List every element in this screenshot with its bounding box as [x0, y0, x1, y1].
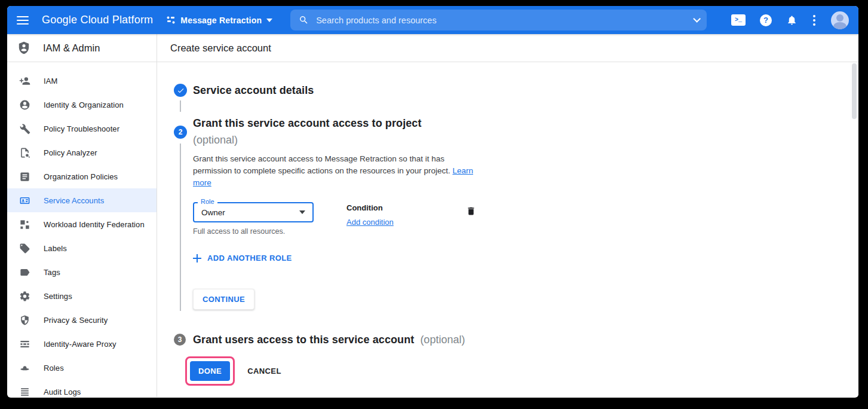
product-header: IAM & Admin [7, 34, 157, 62]
top-app-bar: Google Cloud Platform Message Retraction… [7, 6, 858, 34]
document-lines-icon [19, 171, 30, 182]
role-condition-row: Role Owner Full access to all resources.… [193, 202, 858, 236]
role-select[interactable]: Owner [193, 202, 314, 222]
sidebar-item-settings[interactable]: Settings [7, 284, 157, 308]
role-help-text: Full access to all resources. [193, 227, 314, 236]
sidebar-item-label: Identity & Organization [44, 100, 124, 109]
sidebar-item-label: Policy Troubleshooter [44, 124, 119, 133]
step-2-number: 2 [174, 126, 187, 139]
condition-label: Condition [346, 203, 442, 212]
sidebar-item-label: Organization Policies [44, 172, 118, 181]
sidebar-item-organization-policies[interactable]: Organization Policies [7, 164, 157, 188]
step-3-title: Grant users access to this service accou… [193, 334, 414, 346]
role-field-label: Role [198, 198, 217, 205]
step-1-title: Service account details [193, 84, 314, 97]
sidebar-item-identity-organization[interactable]: Identity & Organization [7, 93, 157, 117]
secondary-header: IAM & Admin Create service account [7, 34, 858, 62]
step-2-description: Grant this service account access to Mes… [193, 153, 481, 189]
more-options-icon[interactable] [812, 14, 817, 27]
gear-icon [19, 291, 30, 302]
condition-group: Condition Add condition [346, 202, 442, 227]
step-3-grant-users: 3 Grant users access to this service acc… [174, 331, 858, 348]
cancel-button[interactable]: CANCEL [247, 367, 281, 376]
step-2-grant-access: 2 Grant this service account access to p… [174, 115, 858, 148]
sidebar-item-roles[interactable]: Roles [7, 356, 157, 380]
sidebar-item-label: Identity-Aware Proxy [44, 340, 116, 349]
iam-admin-shield-icon [17, 41, 31, 55]
step-2-optional-label: (optional) [193, 132, 422, 148]
plus-icon [193, 254, 201, 263]
dropdown-caret-icon [299, 210, 305, 214]
sidebar-item-label: Tags [44, 268, 60, 277]
done-button[interactable]: DONE [190, 361, 230, 381]
sidebar-item-label: Audit Logs [44, 387, 81, 396]
trash-icon [466, 206, 476, 216]
person-add-icon [19, 75, 30, 87]
step-3-number: 3 [174, 334, 186, 346]
sidebar-item-policy-analyzer[interactable]: Policy Analyzer [7, 141, 157, 164]
sidebar-item-labels[interactable]: Labels [7, 236, 157, 260]
step-2-title: Grant this service account access to pro… [193, 115, 422, 132]
list-lines-icon [19, 386, 30, 398]
sidebar-item-label: Service Accounts [44, 196, 104, 205]
project-picker[interactable]: Message Retraction [166, 16, 272, 25]
search-expand-chevron-icon[interactable] [693, 15, 701, 23]
sidebar-item-tags[interactable]: Tags [7, 260, 157, 284]
sidebar-item-audit-logs[interactable]: Audit Logs [7, 380, 157, 397]
scrollbar-track[interactable] [850, 62, 858, 397]
account-avatar[interactable] [831, 11, 849, 29]
search-bar[interactable] [290, 10, 707, 30]
sidebar-item-label: Workload Identity Federation [44, 220, 145, 229]
stepper-connector [180, 100, 181, 112]
cloud-shell-icon[interactable]: >_ [731, 14, 746, 26]
main-content: Service account details 2 Grant this ser… [157, 62, 858, 397]
gcp-logo[interactable]: Google Cloud Platform [42, 14, 153, 26]
browser-window: Google Cloud Platform Message Retraction… [7, 6, 858, 398]
sidebar-item-identity-aware-proxy[interactable]: Identity-Aware Proxy [7, 332, 157, 356]
sidebar-item-label: Policy Analyzer [44, 148, 97, 157]
sidebar-item-label: Settings [44, 292, 72, 301]
notifications-bell-icon[interactable] [786, 14, 798, 26]
sidebar-item-policy-troubleshooter[interactable]: Policy Troubleshooter [7, 117, 157, 141]
role-select-value: Owner [201, 208, 225, 217]
proxy-icon [19, 338, 30, 350]
add-another-role-button[interactable]: ADD ANOTHER ROLE [193, 254, 292, 263]
search-icon [299, 15, 309, 25]
page-title: Create service account [170, 42, 271, 54]
workload-squares-icon [19, 219, 30, 230]
scrollbar-thumb[interactable] [852, 63, 857, 119]
add-condition-link[interactable]: Add condition [346, 218, 394, 227]
policy-analyzer-icon [19, 147, 30, 158]
sidebar-item-label: Roles [44, 364, 64, 373]
shield-icon [19, 315, 30, 326]
sidebar-item-privacy-security[interactable]: Privacy & Security [7, 308, 157, 332]
step-1-check-icon [174, 84, 187, 97]
tag-arrow-icon [19, 267, 30, 278]
hamburger-menu-icon[interactable] [17, 13, 31, 28]
delete-role-button[interactable] [465, 204, 477, 218]
sidebar-nav: IAM Identity & Organization Policy Troub… [7, 62, 157, 397]
sidebar-item-label: Labels [44, 244, 67, 253]
chevron-down-icon [266, 19, 272, 22]
sidebar-item-workload-identity-federation[interactable]: Workload Identity Federation [7, 212, 157, 236]
form-actions: DONE CANCEL [174, 356, 858, 386]
step-3-optional-label: (optional) [420, 331, 465, 348]
service-account-badge-icon [19, 195, 30, 206]
wrench-icon [19, 123, 30, 135]
project-name: Message Retraction [180, 16, 262, 25]
product-title: IAM & Admin [43, 42, 100, 54]
topbar-actions: >_ ? [731, 11, 849, 29]
project-icon [166, 16, 176, 25]
help-icon[interactable]: ? [760, 14, 772, 26]
sidebar-item-service-accounts[interactable]: Service Accounts [7, 188, 157, 212]
search-input[interactable] [316, 16, 693, 25]
stepper-connector [180, 144, 181, 311]
sidebar-item-label: IAM [44, 77, 57, 86]
role-field-group: Role Owner Full access to all resources. [193, 202, 314, 236]
step-1-service-account-details: Service account details [174, 84, 858, 97]
hat-icon [19, 362, 30, 374]
account-circle-icon [19, 99, 30, 111]
sidebar-item-label: Privacy & Security [44, 316, 108, 325]
sidebar-item-iam[interactable]: IAM [7, 69, 157, 93]
continue-button[interactable]: CONTINUE [193, 289, 254, 310]
